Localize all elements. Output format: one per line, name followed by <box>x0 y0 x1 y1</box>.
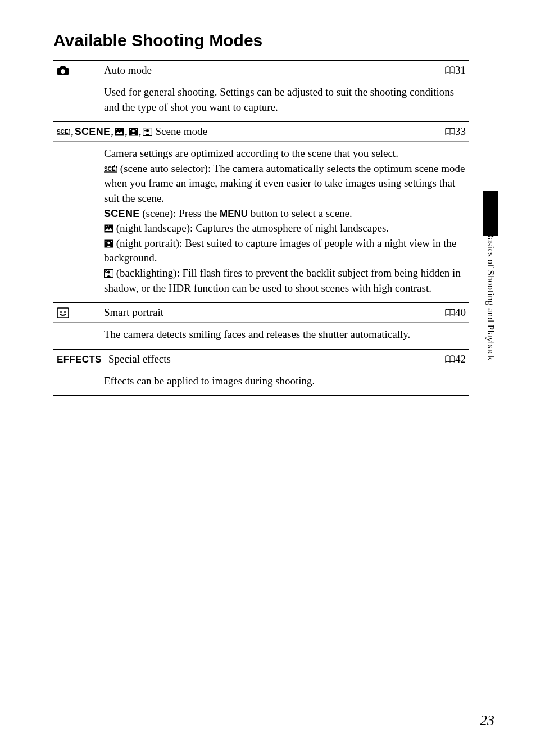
scene-auto-icon-inline: SCENE <box>104 164 117 173</box>
backlighting-icon <box>143 128 152 136</box>
svg-point-19 <box>108 225 109 227</box>
night-landscape-icon <box>115 128 124 136</box>
svg-point-9 <box>130 129 131 130</box>
page-ref-scene: 33 <box>445 125 469 138</box>
page-title: Available Shooting Modes <box>53 31 497 50</box>
night-portrait-icon <box>129 128 138 136</box>
scene-line1: Camera settings are optimized according … <box>104 147 398 159</box>
ref-number: 40 <box>455 306 466 318</box>
svg-point-12 <box>146 129 149 132</box>
page-ref-auto: 31 <box>445 64 469 76</box>
mode-body-scene: Camera settings are optimized according … <box>53 142 469 302</box>
svg-point-8 <box>132 129 135 132</box>
svg-point-21 <box>107 241 110 244</box>
svg-point-18 <box>106 226 107 227</box>
scene-word-icon: SCENE <box>75 126 111 138</box>
svg-point-28 <box>60 311 62 313</box>
mode-body-smart-portrait: The camera detects smiling faces and rel… <box>53 323 469 349</box>
page-ref-smart-portrait: 40 <box>445 306 469 319</box>
night-landscape-icon-inline <box>104 224 113 233</box>
svg-point-23 <box>111 241 112 242</box>
scene-auto-icon: SCENE <box>57 127 70 136</box>
scene-word-inline: SCENE <box>104 208 140 219</box>
svg-point-26 <box>105 270 107 273</box>
effects-desc: Effects can be applied to images during … <box>104 375 315 387</box>
mode-name-scene: Scene mode <box>156 125 207 138</box>
scene-press: (scene): Press the <box>140 207 220 219</box>
smart-portrait-desc: The camera detects smiling faces and rel… <box>104 328 410 340</box>
ref-number: 33 <box>455 125 466 137</box>
svg-point-5 <box>116 129 117 130</box>
night-portrait-icon-inline <box>104 239 113 248</box>
svg-point-10 <box>135 129 137 130</box>
page-number: 23 <box>480 712 494 729</box>
svg-point-25 <box>107 270 110 273</box>
svg-text:SCENE: SCENE <box>104 166 117 172</box>
smart-portrait-icon <box>53 306 104 319</box>
svg-rect-27 <box>57 308 69 318</box>
svg-point-29 <box>64 311 66 313</box>
section-label: The Basics of Shooting and Playback <box>485 214 496 361</box>
backlighting-desc: (backlighting): Fill flash fires to prev… <box>104 267 461 294</box>
scene-auto-desc: (scene auto selector): The camera automa… <box>104 162 465 204</box>
svg-point-0 <box>62 70 64 73</box>
effects-icon: EFFECTS <box>53 353 104 365</box>
night-portrait-desc: (night portrait): Best suited to capture… <box>104 237 457 264</box>
mode-row-effects: EFFECTS Special effects 42 <box>53 349 469 369</box>
svg-point-22 <box>106 241 107 242</box>
auto-desc: Used for general shooting. Settings can … <box>104 86 454 113</box>
page-ref-effects: 42 <box>445 353 469 365</box>
scene-icons-group: SCENE, SCENE, , , Scene mode <box>53 125 207 138</box>
mode-body-auto: Used for general shooting. Settings can … <box>53 80 469 121</box>
backlighting-icon-inline <box>104 269 113 278</box>
menu-word: MENU <box>220 209 248 219</box>
modes-table: Auto mode 31 Used for general shooting. … <box>53 60 469 396</box>
camera-icon <box>53 64 104 76</box>
mode-name-smart-portrait: Smart portrait <box>104 306 445 319</box>
night-landscape-desc: (night landscape): Captures the atmosphe… <box>113 222 389 234</box>
mode-body-effects: Effects can be applied to images during … <box>53 369 469 396</box>
scene-select: button to select a scene. <box>248 207 352 219</box>
mode-row-auto: Auto mode 31 <box>53 60 469 80</box>
ref-number: 31 <box>455 64 466 76</box>
mode-row-smart-portrait: Smart portrait 40 <box>53 302 469 323</box>
svg-point-6 <box>119 129 120 130</box>
mode-row-scene: SCENE, SCENE, , , Scene mode 33 <box>53 121 469 142</box>
mode-name-auto: Auto mode <box>104 64 445 76</box>
svg-text:SCENE: SCENE <box>57 129 70 135</box>
svg-point-13 <box>144 129 146 131</box>
ref-number: 42 <box>455 353 466 365</box>
mode-name-effects: Special effects <box>104 353 445 365</box>
